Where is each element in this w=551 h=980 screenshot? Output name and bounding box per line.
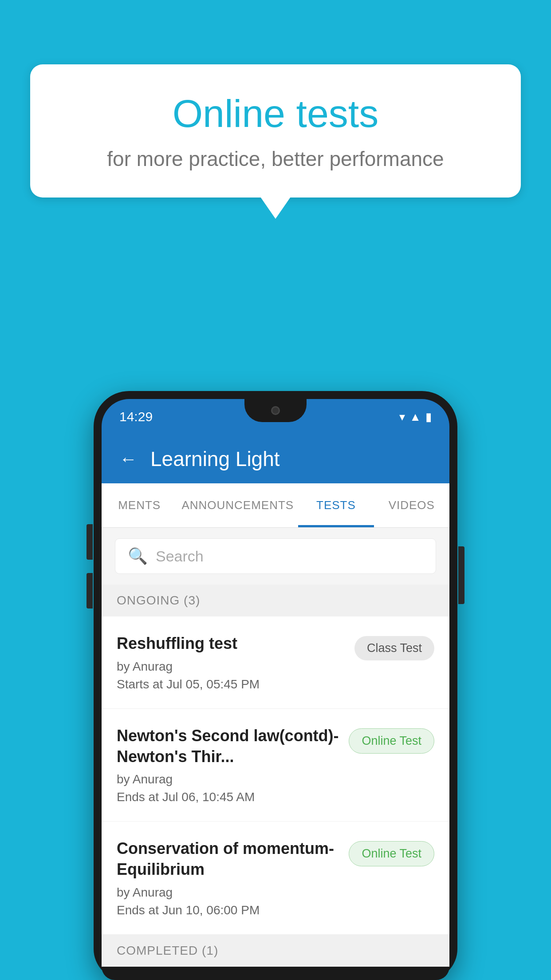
- signal-icon: ▲: [409, 410, 421, 424]
- test-info: Conservation of momentum-Equilibrium by …: [117, 838, 340, 917]
- class-test-badge: Class Test: [354, 636, 434, 660]
- bubble-title: Online tests: [66, 91, 485, 136]
- speech-bubble: Online tests for more practice, better p…: [30, 64, 521, 198]
- phone-frame: 14:29 ▾ ▲ ▮ ← Learning Light MENTS: [94, 391, 457, 980]
- volume-down-button: [87, 573, 93, 609]
- status-bar: 14:29 ▾ ▲ ▮: [102, 399, 449, 435]
- test-item[interactable]: Newton's Second law(contd)-Newton's Thir…: [102, 709, 449, 822]
- tab-announcements[interactable]: ANNOUNCEMENTS: [177, 483, 298, 527]
- phone-wrapper: 14:29 ▾ ▲ ▮ ← Learning Light MENTS: [94, 391, 457, 980]
- battery-icon: ▮: [425, 410, 432, 424]
- test-time: Ends at Jun 10, 06:00 PM: [117, 903, 340, 917]
- test-info: Newton's Second law(contd)-Newton's Thir…: [117, 726, 340, 805]
- online-test-badge: Online Test: [349, 728, 434, 754]
- test-time: Starts at Jul 05, 05:45 PM: [117, 677, 346, 692]
- status-icons: ▾ ▲ ▮: [399, 410, 432, 424]
- ongoing-section-label: ONGOING (3): [102, 585, 449, 616]
- camera: [271, 406, 280, 415]
- test-item[interactable]: Conservation of momentum-Equilibrium by …: [102, 822, 449, 935]
- test-name: Newton's Second law(contd)-Newton's Thir…: [117, 726, 340, 767]
- power-button: [458, 546, 464, 604]
- test-by: by Anurag: [117, 885, 340, 900]
- test-time: Ends at Jul 06, 10:45 AM: [117, 790, 340, 804]
- tab-videos[interactable]: VIDEOS: [374, 483, 449, 527]
- volume-up-button: [87, 524, 93, 560]
- phone-bottom-bar: [102, 967, 449, 980]
- tabs-bar: MENTS ANNOUNCEMENTS TESTS VIDEOS: [102, 483, 449, 528]
- online-test-badge-2: Online Test: [349, 841, 434, 866]
- bubble-subtitle: for more practice, better performance: [66, 147, 485, 171]
- search-bar[interactable]: 🔍 Search: [115, 538, 436, 574]
- tab-tests[interactable]: TESTS: [298, 483, 374, 527]
- back-button[interactable]: ←: [119, 449, 137, 469]
- test-name: Conservation of momentum-Equilibrium: [117, 838, 340, 880]
- completed-section-label: COMPLETED (1): [102, 935, 449, 967]
- app-screen: ← Learning Light MENTS ANNOUNCEMENTS TES…: [102, 435, 449, 967]
- test-by: by Anurag: [117, 772, 340, 786]
- search-icon: 🔍: [128, 547, 148, 565]
- test-info: Reshuffling test by Anurag Starts at Jul…: [117, 633, 346, 692]
- test-by: by Anurag: [117, 660, 346, 674]
- test-list: Reshuffling test by Anurag Starts at Jul…: [102, 616, 449, 935]
- phone-time: 14:29: [119, 409, 153, 424]
- test-name: Reshuffling test: [117, 633, 346, 654]
- test-item[interactable]: Reshuffling test by Anurag Starts at Jul…: [102, 616, 449, 709]
- speech-bubble-container: Online tests for more practice, better p…: [30, 64, 521, 198]
- wifi-icon: ▾: [399, 410, 405, 424]
- tab-ments[interactable]: MENTS: [102, 483, 177, 527]
- search-container: 🔍 Search: [102, 528, 449, 585]
- search-placeholder: Search: [156, 548, 204, 565]
- notch: [244, 399, 307, 422]
- app-header: ← Learning Light: [102, 435, 449, 483]
- app-title: Learning Light: [150, 447, 280, 471]
